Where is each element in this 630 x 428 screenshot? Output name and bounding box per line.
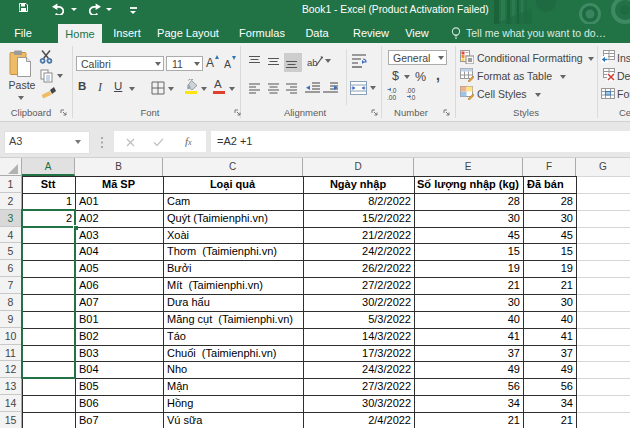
svg-text:.00: .00 [387, 94, 396, 100]
svg-text:ab: ab [307, 57, 318, 68]
svg-text:.0: .0 [410, 94, 416, 100]
svg-text:.0: .0 [391, 87, 397, 94]
svg-text:.00: .00 [406, 87, 415, 94]
